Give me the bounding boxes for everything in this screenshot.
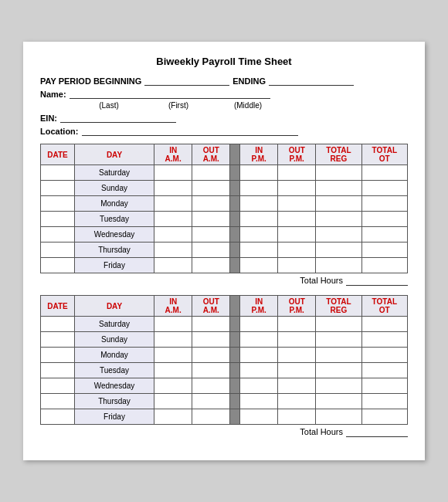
in-pm-cell[interactable] [240, 196, 278, 212]
out-am-cell[interactable] [192, 409, 230, 425]
out-pm-cell[interactable] [278, 363, 316, 378]
date-cell[interactable] [41, 409, 75, 425]
in-am-cell[interactable] [154, 227, 192, 243]
out-am-cell[interactable] [192, 258, 230, 273]
total-ot-cell[interactable] [361, 212, 407, 227]
in-am-cell[interactable] [154, 212, 192, 227]
total-reg-cell[interactable] [316, 165, 361, 181]
out-pm-cell[interactable] [278, 348, 316, 363]
out-pm-cell[interactable] [278, 227, 316, 243]
out-pm-cell[interactable] [278, 181, 316, 196]
total-reg-cell[interactable] [316, 243, 361, 258]
date-cell[interactable] [41, 317, 75, 332]
total-ot-cell[interactable] [361, 409, 407, 425]
in-am-cell[interactable] [154, 165, 192, 181]
in-pm-cell[interactable] [240, 212, 278, 227]
total-ot-cell[interactable] [361, 332, 407, 348]
out-am-cell[interactable] [192, 317, 230, 332]
out-am-cell[interactable] [192, 363, 230, 378]
total-reg-cell[interactable] [316, 332, 361, 348]
out-pm-cell[interactable] [278, 258, 316, 273]
out-am-cell[interactable] [192, 212, 230, 227]
date-cell[interactable] [41, 348, 75, 363]
total-ot-cell[interactable] [361, 394, 407, 409]
total-reg-cell[interactable] [316, 409, 361, 425]
total-ot-cell[interactable] [361, 317, 407, 332]
out-pm-cell[interactable] [278, 332, 316, 348]
date-cell[interactable] [41, 227, 75, 243]
out-pm-cell[interactable] [278, 409, 316, 425]
in-pm-cell[interactable] [240, 348, 278, 363]
total-ot-cell[interactable] [361, 243, 407, 258]
total-reg-cell[interactable] [316, 363, 361, 378]
name-input[interactable] [70, 88, 270, 99]
out-pm-cell[interactable] [278, 196, 316, 212]
total-ot-cell[interactable] [361, 348, 407, 363]
date-cell[interactable] [41, 181, 75, 196]
in-pm-cell[interactable] [240, 181, 278, 196]
out-am-cell[interactable] [192, 196, 230, 212]
in-am-cell[interactable] [154, 181, 192, 196]
date-cell[interactable] [41, 258, 75, 273]
out-am-cell[interactable] [192, 181, 230, 196]
pay-period-beginning-input[interactable] [144, 75, 229, 86]
total-ot-cell[interactable] [361, 165, 407, 181]
date-cell[interactable] [41, 212, 75, 227]
in-am-cell[interactable] [154, 258, 192, 273]
out-am-cell[interactable] [192, 243, 230, 258]
total-ot-cell[interactable] [361, 363, 407, 378]
total-reg-cell[interactable] [316, 258, 361, 273]
total-reg-cell[interactable] [316, 378, 361, 394]
total-ot-cell[interactable] [361, 181, 407, 196]
date-cell[interactable] [41, 363, 75, 378]
total-ot-cell[interactable] [361, 258, 407, 273]
date-cell[interactable] [41, 378, 75, 394]
in-pm-cell[interactable] [240, 227, 278, 243]
week2-total-hours-input[interactable] [346, 426, 408, 437]
out-am-cell[interactable] [192, 394, 230, 409]
out-pm-cell[interactable] [278, 378, 316, 394]
in-am-cell[interactable] [154, 196, 192, 212]
out-am-cell[interactable] [192, 378, 230, 394]
in-am-cell[interactable] [154, 332, 192, 348]
pay-period-ending-input[interactable] [269, 75, 354, 86]
total-reg-cell[interactable] [316, 394, 361, 409]
in-am-cell[interactable] [154, 394, 192, 409]
date-cell[interactable] [41, 165, 75, 181]
total-reg-cell[interactable] [316, 212, 361, 227]
date-cell[interactable] [41, 394, 75, 409]
in-pm-cell[interactable] [240, 317, 278, 332]
in-pm-cell[interactable] [240, 394, 278, 409]
out-pm-cell[interactable] [278, 165, 316, 181]
total-reg-cell[interactable] [316, 348, 361, 363]
in-pm-cell[interactable] [240, 409, 278, 425]
location-input[interactable] [82, 125, 298, 136]
out-pm-cell[interactable] [278, 317, 316, 332]
out-am-cell[interactable] [192, 227, 230, 243]
total-ot-cell[interactable] [361, 227, 407, 243]
in-am-cell[interactable] [154, 378, 192, 394]
in-am-cell[interactable] [154, 409, 192, 425]
out-am-cell[interactable] [192, 165, 230, 181]
total-reg-cell[interactable] [316, 181, 361, 196]
week1-total-hours-input[interactable] [346, 275, 408, 286]
in-am-cell[interactable] [154, 348, 192, 363]
in-pm-cell[interactable] [240, 378, 278, 394]
date-cell[interactable] [41, 243, 75, 258]
in-pm-cell[interactable] [240, 363, 278, 378]
ein-input[interactable] [60, 112, 176, 123]
in-pm-cell[interactable] [240, 243, 278, 258]
in-am-cell[interactable] [154, 317, 192, 332]
out-pm-cell[interactable] [278, 212, 316, 227]
out-am-cell[interactable] [192, 348, 230, 363]
out-am-cell[interactable] [192, 332, 230, 348]
in-pm-cell[interactable] [240, 258, 278, 273]
in-am-cell[interactable] [154, 363, 192, 378]
total-reg-cell[interactable] [316, 227, 361, 243]
total-reg-cell[interactable] [316, 317, 361, 332]
in-pm-cell[interactable] [240, 165, 278, 181]
out-pm-cell[interactable] [278, 243, 316, 258]
total-ot-cell[interactable] [361, 196, 407, 212]
total-reg-cell[interactable] [316, 196, 361, 212]
in-pm-cell[interactable] [240, 332, 278, 348]
